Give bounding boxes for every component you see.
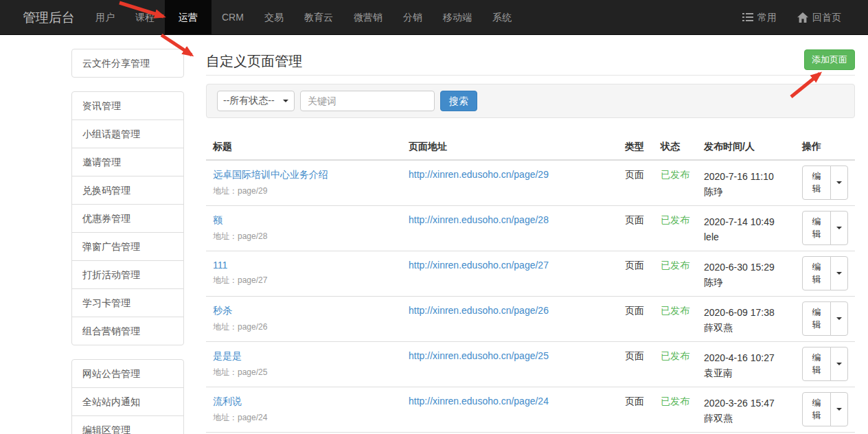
table-row: 111 地址：page/27 http://xinren.edusoho.cn/…: [206, 251, 855, 297]
publish-time: 2020-7-16 11:10: [704, 169, 788, 184]
nav-item[interactable]: 分销: [393, 0, 433, 34]
sidebar-item[interactable]: 邀请管理: [72, 148, 183, 176]
publish-time: 2020-6-09 17:38: [704, 305, 788, 320]
page-type: 页面: [621, 214, 659, 245]
header-title: 标题: [206, 141, 402, 153]
common-menu-label: 常用: [757, 0, 777, 35]
edit-button[interactable]: 编辑: [802, 211, 831, 245]
edit-button[interactable]: 编辑: [802, 347, 831, 381]
edit-dropdown-toggle[interactable]: [830, 165, 848, 200]
nav-item[interactable]: 运营: [165, 0, 212, 34]
page-url-link[interactable]: http://xinren.edusoho.cn/page/28: [409, 214, 549, 225]
common-menu-button[interactable]: 常用: [732, 0, 787, 34]
list-icon: [742, 12, 753, 22]
page-title-link[interactable]: 远卓国际培训中心业务介绍: [213, 169, 328, 180]
sidebar-group-marketing: 资讯管理小组话题管理邀请管理兑换码管理优惠券管理弹窗广告管理打折活动管理学习卡管…: [71, 91, 184, 345]
publish-user: 薛双燕: [704, 320, 788, 335]
page-title-link[interactable]: 111: [213, 260, 227, 271]
keyword-input[interactable]: [300, 91, 435, 111]
publish-time: 2020-6-30 15:29: [704, 260, 788, 275]
address-value: page/29: [238, 186, 267, 196]
table-row: 流利说 地址：page/24 http://xinren.edusoho.cn/…: [206, 387, 855, 433]
page-title-link[interactable]: 秒杀: [213, 305, 232, 316]
chevron-down-icon: [283, 100, 288, 102]
sidebar-item[interactable]: 兑换码管理: [72, 176, 183, 205]
address-value: page/27: [238, 275, 267, 285]
nav-item[interactable]: 微营销: [343, 0, 393, 34]
edit-dropdown-toggle[interactable]: [830, 301, 848, 336]
nav-item[interactable]: 教育云: [294, 0, 343, 34]
publish-time: 2020-7-14 10:49: [704, 214, 788, 229]
header-publish: 发布时间/人: [697, 141, 795, 153]
sidebar-item[interactable]: 编辑区管理: [72, 416, 183, 434]
sidebar-item[interactable]: 网站公告管理: [72, 360, 183, 388]
address-value: page/28: [238, 231, 267, 241]
address-value: page/25: [238, 367, 267, 377]
address-value: page/26: [238, 322, 267, 332]
edit-dropdown-toggle[interactable]: [830, 392, 848, 426]
table-row: 是是是 地址：page/25 http://xinren.edusoho.cn/…: [206, 342, 855, 387]
status-badge: 已发布: [659, 214, 697, 245]
edit-button[interactable]: 编辑: [802, 256, 831, 290]
table-row: 秒杀 地址：page/26 http://xinren.edusoho.cn/p…: [206, 297, 855, 342]
edit-button[interactable]: 编辑: [802, 301, 831, 336]
caret-down-icon: [836, 227, 842, 229]
home-label: 回首页: [812, 0, 841, 35]
page-url-link[interactable]: http://xinren.edusoho.cn/page/24: [409, 396, 549, 407]
page-address: 地址：page/28: [213, 231, 395, 242]
edit-dropdown-toggle[interactable]: [830, 211, 848, 245]
caret-down-icon: [836, 363, 842, 365]
search-button[interactable]: 搜索: [440, 91, 477, 111]
status-select[interactable]: --所有状态--: [217, 91, 295, 111]
page-title-link[interactable]: 额: [213, 214, 222, 225]
nav-item[interactable]: 交易: [254, 0, 294, 34]
address-prefix: 地址：: [213, 186, 238, 196]
sidebar-item[interactable]: 资讯管理: [72, 92, 183, 120]
sidebar-item[interactable]: 学习卡管理: [72, 289, 183, 317]
edit-button[interactable]: 编辑: [802, 165, 831, 200]
sidebar-item[interactable]: 组合营销管理: [72, 317, 183, 345]
nav-item[interactable]: 课程: [125, 0, 165, 34]
header-actions: 操作: [795, 141, 855, 153]
home-button[interactable]: 回首页: [787, 0, 852, 34]
caret-down-icon: [836, 181, 842, 184]
sidebar-item[interactable]: 云文件分享管理: [72, 49, 183, 77]
filter-bar: --所有状态-- 搜索: [206, 84, 855, 118]
address-prefix: 地址：: [213, 413, 238, 422]
nav-item[interactable]: 用户: [85, 0, 125, 34]
page-title-link[interactable]: 流利说: [213, 396, 242, 407]
sidebar-item[interactable]: 打折活动管理: [72, 261, 183, 289]
page-address: 地址：page/24: [213, 412, 395, 424]
header-status: 状态: [659, 141, 697, 153]
edit-button[interactable]: 编辑: [802, 392, 831, 426]
page-address: 地址：page/27: [213, 275, 395, 286]
add-page-button[interactable]: 添加页面: [804, 49, 855, 70]
app-brand[interactable]: 管理后台: [12, 0, 85, 34]
status-badge: 已发布: [659, 305, 697, 336]
sidebar-item[interactable]: 全站站内通知: [72, 388, 183, 416]
header-url: 页面地址: [402, 141, 621, 153]
edit-dropdown-toggle[interactable]: [830, 347, 848, 381]
edit-dropdown-toggle[interactable]: [830, 256, 848, 290]
publish-user: 陈琤: [704, 275, 788, 290]
address-value: page/24: [238, 413, 267, 422]
page-url-link[interactable]: http://xinren.edusoho.cn/page/29: [409, 169, 549, 180]
page-url-link[interactable]: http://xinren.edusoho.cn/page/25: [409, 350, 549, 361]
nav-item[interactable]: 系统: [482, 0, 522, 34]
page-url-link[interactable]: http://xinren.edusoho.cn/page/27: [409, 260, 549, 271]
publish-user: 薛双燕: [704, 411, 788, 426]
table-row: 额 地址：page/28 http://xinren.edusoho.cn/pa…: [206, 206, 855, 251]
page-type: 页面: [621, 396, 659, 426]
page-title-link[interactable]: 是是是: [213, 350, 242, 361]
nav-item[interactable]: CRM: [212, 0, 254, 34]
sidebar-item[interactable]: 优惠券管理: [72, 205, 183, 233]
page-url-link[interactable]: http://xinren.edusoho.cn/page/26: [409, 305, 549, 316]
nav-item[interactable]: 移动端: [433, 0, 482, 34]
row-actions: 编辑: [802, 256, 848, 290]
address-prefix: 地址：: [213, 322, 238, 332]
sidebar-item[interactable]: 小组话题管理: [72, 120, 183, 148]
sidebar-item[interactable]: 弹窗广告管理: [72, 233, 183, 261]
status-badge: 已发布: [659, 396, 697, 426]
home-icon: [797, 12, 808, 23]
row-actions: 编辑: [802, 392, 848, 426]
